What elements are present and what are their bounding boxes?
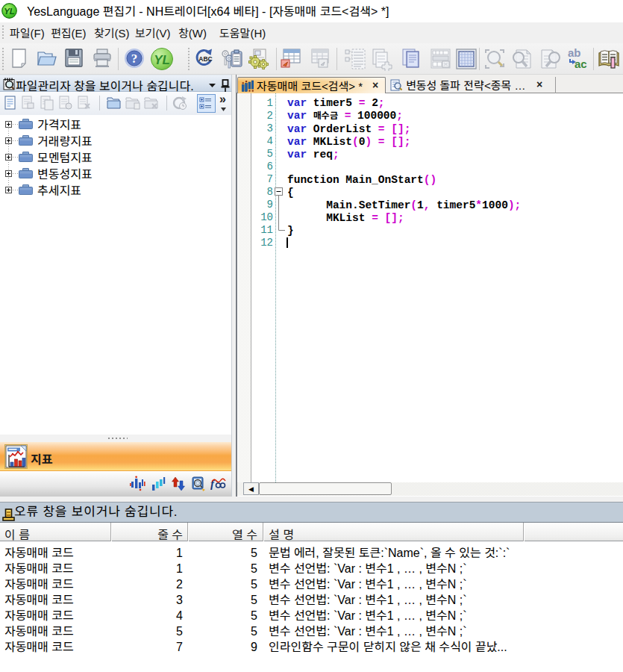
svg-text:ABC: ABC xyxy=(198,55,212,63)
svg-text:YL: YL xyxy=(154,53,170,67)
svg-text:ac: ac xyxy=(575,57,587,70)
svg-text:?: ? xyxy=(131,52,138,66)
svg-text:YL: YL xyxy=(4,7,15,16)
